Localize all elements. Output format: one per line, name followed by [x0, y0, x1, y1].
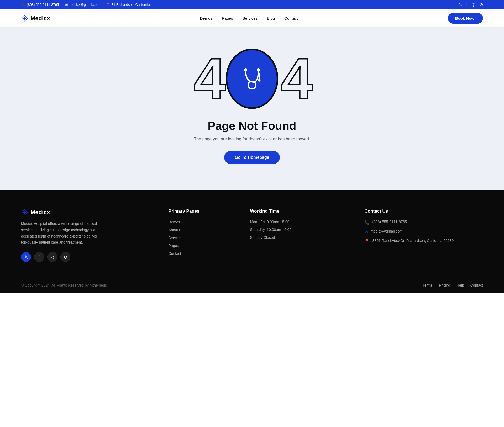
header: Medicx Demos Pages Services Blog Contact…	[0, 9, 504, 28]
footer-link-services: Services	[169, 235, 234, 240]
footer-email-icon: ✉	[365, 229, 368, 234]
twitter-icon[interactable]: 𝕏	[459, 2, 462, 7]
footer-demos-link[interactable]: Demos	[169, 220, 180, 224]
go-to-homepage-button[interactable]: Go To Homepage	[224, 151, 280, 164]
address-item: 📍 31 Richardson, California	[106, 3, 150, 7]
footer-facebook-button[interactable]: f	[34, 252, 44, 262]
footer-contact-link[interactable]: Contact	[169, 251, 181, 256]
footer-pricing-link[interactable]: Pricing	[439, 283, 450, 287]
book-now-button[interactable]: Book Now!	[448, 13, 483, 24]
error-graphic: 4 4	[194, 49, 311, 109]
nav-contact[interactable]: Contact	[284, 16, 298, 20]
error-title: Page Not Found	[208, 119, 296, 133]
instagram-icon[interactable]: ◎	[472, 2, 475, 7]
footer-email-item: ✉ medicx@gmail.com	[365, 229, 483, 234]
logo-icon	[21, 15, 28, 22]
error-section: 4 4 Page Not Found The page you are look…	[0, 28, 504, 190]
footer-brand: Medicx Medicx Hospital offers a wide ran…	[21, 209, 153, 262]
footer-services-link[interactable]: Services	[169, 236, 183, 240]
working-hours-saturday: Saturday: 10.00am - 6.00pm	[250, 228, 349, 232]
footer-phone-item: 📞 (808) 555-0111-8765	[365, 220, 483, 225]
email-item: ✉ medicx@gmail.com	[65, 3, 99, 7]
stethoscope-icon	[236, 63, 268, 94]
svg-point-1	[244, 68, 247, 71]
footer-logo-text: Medicx	[30, 209, 50, 216]
footer-bottom: © Copyright 2024, All Rights Reserved by…	[21, 278, 483, 293]
stethoscope-oval	[226, 49, 278, 109]
phone-number: (808) 555-0111-8765	[27, 3, 59, 7]
footer-instagram-button[interactable]: ◎	[47, 252, 57, 262]
map-pin-icon: 📍	[106, 3, 110, 7]
footer-map-icon: 📍	[365, 239, 370, 244]
footer-terms-link[interactable]: Terms	[423, 283, 433, 287]
footer-github-button[interactable]: ⊙	[60, 252, 70, 262]
footer-contact-title: Contact Us	[365, 209, 483, 214]
footer-primary-pages: Primary Pages Demos About Us Services Pa…	[169, 209, 234, 262]
error-4-right: 4	[281, 50, 310, 108]
nav-blog[interactable]: Blog	[267, 16, 275, 20]
footer-help-link[interactable]: Help	[456, 283, 464, 287]
footer-link-pages: Pages	[169, 243, 234, 248]
working-hours-weekday: Mon - Fri: 9.00am - 5.00pm	[250, 220, 349, 224]
footer-address-item: 📍 3891 Ranchview Dr. Richardson, Califor…	[365, 239, 483, 244]
footer-pages-link[interactable]: Pages	[169, 244, 179, 248]
svg-point-2	[257, 68, 260, 71]
working-hours-sunday: Sunday Closed	[250, 235, 349, 240]
footer-socials: 𝕏 f ◎ ⊙	[21, 252, 153, 262]
nav-pages[interactable]: Pages	[222, 16, 233, 20]
main-nav: Demos Pages Services Blog Contact	[200, 16, 298, 20]
top-bar: 📞 (808) 555-0111-8765 ✉ medicx@gmail.com…	[0, 0, 504, 9]
error-4-left: 4	[194, 50, 223, 108]
footer-working-time: Working Time Mon - Fri: 9.00am - 5.00pm …	[250, 209, 349, 262]
footer-logo-icon	[21, 209, 28, 216]
footer-twitter-button[interactable]: 𝕏	[21, 252, 31, 262]
phone-item: 📞 (808) 555-0111-8765	[21, 3, 59, 7]
nav-demos[interactable]: Demos	[200, 16, 212, 20]
footer-address-text: 3891 Ranchview Dr. Richardson, Californi…	[372, 239, 454, 243]
address-text: 31 Richardson, California	[112, 3, 150, 7]
footer-link-contact: Contact	[169, 251, 234, 256]
footer-email-address: medicx@gmail.com	[371, 229, 403, 233]
footer-bottom-links: Terms Pricing Help Contact	[423, 283, 483, 287]
top-bar-left: 📞 (808) 555-0111-8765 ✉ medicx@gmail.com…	[21, 3, 150, 7]
footer-about-link[interactable]: About Us	[169, 228, 184, 232]
error-subtitle: The page you are looking for doesn't exi…	[194, 137, 310, 141]
footer-working-time-title: Working Time	[250, 209, 349, 214]
facebook-icon[interactable]: f	[466, 2, 468, 7]
footer-link-about: About Us	[169, 228, 234, 232]
footer-contact-bottom-link[interactable]: Contact	[470, 283, 483, 287]
footer-link-demos: Demos	[169, 220, 234, 224]
nav-services[interactable]: Services	[243, 16, 258, 20]
logo[interactable]: Medicx	[21, 15, 50, 22]
footer-primary-links: Demos About Us Services Pages Contact	[169, 220, 234, 256]
footer-primary-pages-title: Primary Pages	[169, 209, 234, 214]
email-address: medicx@gmail.com	[70, 3, 99, 7]
github-icon[interactable]: ⊙	[480, 2, 483, 7]
phone-icon: 📞	[21, 3, 25, 7]
footer-phone-number: (808) 555-0111-8765	[372, 220, 407, 224]
copyright-text: © Copyright 2024, All Rights Reserved by…	[21, 283, 107, 287]
footer-description: Medicx Hospital offers a wide range of m…	[21, 221, 100, 246]
top-bar-social: 𝕏 f ◎ ⊙	[459, 2, 483, 7]
logo-text: Medicx	[30, 15, 50, 22]
footer-logo: Medicx	[21, 209, 153, 216]
email-icon: ✉	[65, 3, 68, 7]
footer-contact-us: Contact Us 📞 (808) 555-0111-8765 ✉ medic…	[365, 209, 483, 262]
footer-phone-icon: 📞	[365, 220, 370, 225]
footer: Medicx Medicx Hospital offers a wide ran…	[0, 190, 504, 293]
svg-point-4	[258, 79, 261, 82]
footer-top: Medicx Medicx Hospital offers a wide ran…	[21, 209, 483, 278]
